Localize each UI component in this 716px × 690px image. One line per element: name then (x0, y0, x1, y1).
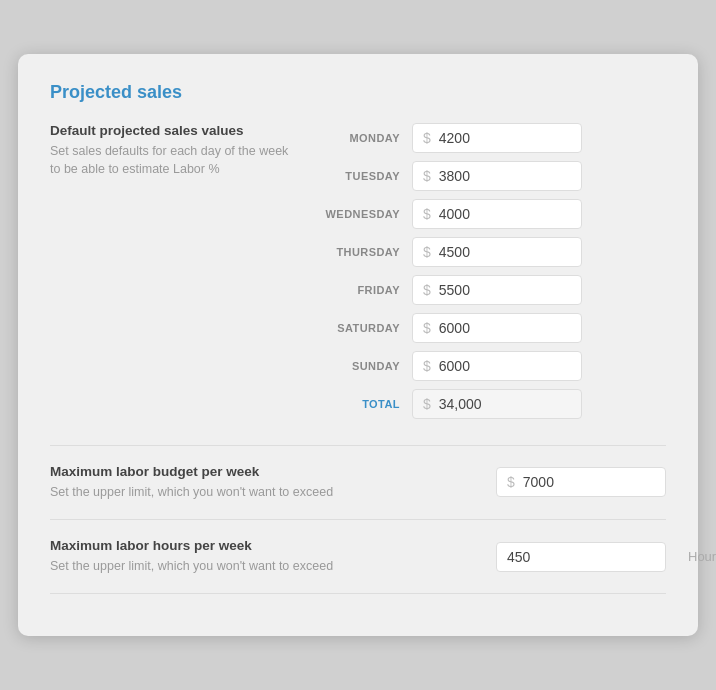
day-dollar-wednesday: $ (423, 206, 431, 222)
labor-budget-left: Maximum labor budget per week Set the up… (50, 464, 496, 501)
day-dollar-monday: $ (423, 130, 431, 146)
defaults-desc: Set sales defaults for each day of the w… (50, 142, 290, 178)
day-dollar-thursday: $ (423, 244, 431, 260)
labor-hours-label: Maximum labor hours per week (50, 538, 496, 553)
labor-budget-input[interactable] (523, 474, 655, 490)
day-input-sunday[interactable] (439, 358, 571, 374)
day-label-tuesday: TUESDAY (310, 170, 400, 182)
day-row-tuesday: TUESDAY$ (310, 161, 666, 191)
defaults-right: MONDAY$TUESDAY$WEDNESDAY$THURSDAY$FRIDAY… (310, 123, 666, 427)
day-row-monday: MONDAY$ (310, 123, 666, 153)
divider-3 (50, 593, 666, 594)
total-row: TOTAL $ (310, 389, 666, 419)
day-input-wrapper-monday: $ (412, 123, 582, 153)
day-label-friday: FRIDAY (310, 284, 400, 296)
day-label-saturday: SATURDAY (310, 322, 400, 334)
labor-hours-input-wrapper: Hours (496, 542, 666, 572)
total-label: TOTAL (310, 398, 400, 410)
day-input-monday[interactable] (439, 130, 571, 146)
labor-budget-label: Maximum labor budget per week (50, 464, 496, 479)
divider-2 (50, 519, 666, 520)
total-value-input[interactable] (439, 396, 571, 412)
labor-budget-desc: Set the upper limit, which you won't wan… (50, 483, 496, 501)
day-label-sunday: SUNDAY (310, 360, 400, 372)
labor-hours-right: Hours (496, 542, 666, 572)
day-dollar-friday: $ (423, 282, 431, 298)
page-title: Projected sales (50, 82, 666, 103)
day-row-sunday: SUNDAY$ (310, 351, 666, 381)
day-dollar-tuesday: $ (423, 168, 431, 184)
total-input-wrapper: $ (412, 389, 582, 419)
day-input-wrapper-wednesday: $ (412, 199, 582, 229)
labor-budget-input-wrapper: $ (496, 467, 666, 497)
labor-hours-input[interactable] (507, 549, 682, 565)
labor-budget-section: Maximum labor budget per week Set the up… (50, 464, 666, 501)
total-dollar-sign: $ (423, 396, 431, 412)
labor-hours-left: Maximum labor hours per week Set the upp… (50, 538, 496, 575)
day-input-friday[interactable] (439, 282, 571, 298)
projected-sales-card: Projected sales Default projected sales … (18, 54, 698, 636)
day-input-wrapper-friday: $ (412, 275, 582, 305)
day-input-wrapper-sunday: $ (412, 351, 582, 381)
labor-hours-section: Maximum labor hours per week Set the upp… (50, 538, 666, 575)
day-input-wrapper-saturday: $ (412, 313, 582, 343)
day-input-tuesday[interactable] (439, 168, 571, 184)
day-label-monday: MONDAY (310, 132, 400, 144)
defaults-left: Default projected sales values Set sales… (50, 123, 310, 178)
labor-budget-dollar: $ (507, 474, 515, 490)
labor-budget-right: $ (496, 467, 666, 497)
day-label-thursday: THURSDAY (310, 246, 400, 258)
day-dollar-sunday: $ (423, 358, 431, 374)
day-row-friday: FRIDAY$ (310, 275, 666, 305)
day-input-wrapper-thursday: $ (412, 237, 582, 267)
labor-hours-desc: Set the upper limit, which you won't wan… (50, 557, 496, 575)
defaults-label: Default projected sales values (50, 123, 290, 138)
hours-unit-label: Hours (688, 549, 716, 564)
day-input-saturday[interactable] (439, 320, 571, 336)
day-row-saturday: SATURDAY$ (310, 313, 666, 343)
day-input-wrapper-tuesday: $ (412, 161, 582, 191)
day-dollar-saturday: $ (423, 320, 431, 336)
defaults-section: Default projected sales values Set sales… (50, 123, 666, 427)
day-row-thursday: THURSDAY$ (310, 237, 666, 267)
day-input-wednesday[interactable] (439, 206, 571, 222)
day-row-wednesday: WEDNESDAY$ (310, 199, 666, 229)
day-label-wednesday: WEDNESDAY (310, 208, 400, 220)
day-input-thursday[interactable] (439, 244, 571, 260)
divider-1 (50, 445, 666, 446)
